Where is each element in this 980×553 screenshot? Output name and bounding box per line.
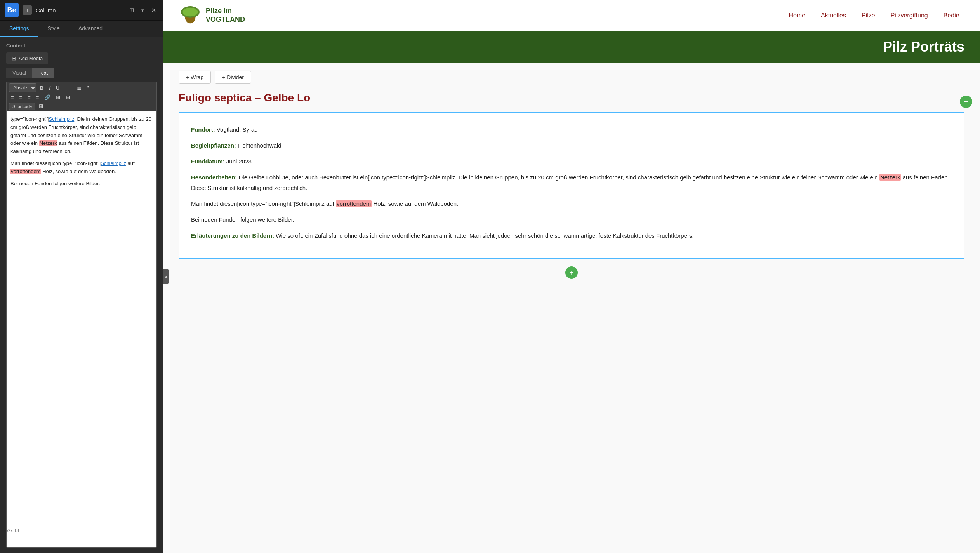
tab-settings[interactable]: Settings bbox=[0, 21, 38, 37]
nav-pilze[interactable]: Pilze bbox=[862, 12, 875, 19]
editor-content[interactable]: type="icon-right"]Schleimpilz. Die in kl… bbox=[6, 111, 157, 548]
media-icon: ⊞ bbox=[12, 55, 16, 61]
editor-para-2: Man findet diesen[icon type="icon-right"… bbox=[10, 160, 153, 176]
add-circle-top[interactable]: + bbox=[960, 96, 972, 108]
logo-area: Pilze im VOGTLAND bbox=[179, 4, 245, 27]
lohbluete-link[interactable]: Lohblüte bbox=[266, 174, 288, 181]
editor-para-1: type="icon-right"]Schleimpilz. Die in kl… bbox=[10, 115, 153, 156]
panel-tabs: Settings Style Advanced bbox=[0, 21, 163, 37]
align-left-btn[interactable]: ≡ bbox=[9, 94, 16, 101]
tab-advanced[interactable]: Advanced bbox=[69, 21, 112, 37]
nav-bedie[interactable]: Bedie... bbox=[944, 12, 964, 19]
align-center-btn[interactable]: ≡ bbox=[17, 94, 24, 101]
table-btn[interactable]: ⊞ bbox=[54, 94, 62, 101]
add-media-button[interactable]: ⊞ Add Media bbox=[6, 52, 48, 64]
logo-text: Pilze im VOGTLAND bbox=[206, 7, 245, 24]
tab-style[interactable]: Style bbox=[38, 21, 69, 37]
fundort-value-text: Vogtland, Syrau bbox=[217, 126, 258, 133]
shortcode-extra-btn[interactable]: ⊞ bbox=[37, 103, 45, 110]
nav-home[interactable]: Home bbox=[789, 12, 805, 19]
paragraph-select[interactable]: Absatz bbox=[9, 83, 36, 92]
align-justify-btn[interactable]: ≡ bbox=[34, 94, 41, 101]
text-toggle-btn[interactable]: Text bbox=[32, 68, 54, 78]
shortcode-tag[interactable]: Shortcode bbox=[9, 103, 35, 110]
divider-button[interactable]: + Divider bbox=[215, 71, 251, 84]
schleimpilz-link-2[interactable]: Schleimpilz bbox=[101, 160, 126, 166]
grid-btn[interactable]: ⊟ bbox=[64, 94, 72, 101]
begleit-value-text: Fichtenhochwald bbox=[238, 142, 281, 149]
bold-btn[interactable]: B bbox=[38, 84, 45, 92]
svg-point-2 bbox=[183, 7, 198, 16]
netzerk-highlight-1: Netzerk bbox=[39, 140, 57, 146]
italic-btn[interactable]: I bbox=[47, 84, 52, 92]
vorrottendem-art-highlight: vorrottendem bbox=[336, 200, 372, 207]
article-container: + Fuligo septica – Gelbe Lo Fundort: Vog… bbox=[179, 92, 964, 259]
collapse-panel-arrow[interactable]: ◀ bbox=[163, 269, 169, 284]
version-label: v27.0.8 bbox=[3, 528, 22, 534]
top-nav: Pilze im VOGTLAND Home Aktuelles Pilze P… bbox=[163, 0, 980, 31]
element-label: Column bbox=[36, 7, 123, 14]
funddatum-value-text: Juni 2023 bbox=[226, 158, 252, 165]
layout-icon-btn[interactable]: ⊞ bbox=[127, 6, 137, 14]
toolbar-row1: Absatz B I U ≡ ≣ " bbox=[9, 83, 154, 92]
bei-neuen-line: Bei neuen Funden folgen weitere Bilder. bbox=[191, 214, 952, 225]
blockquote-btn[interactable]: " bbox=[85, 84, 91, 92]
erlaeuterungen-label: Erläuterungen zu den Bildern: bbox=[191, 232, 274, 239]
begleit-label: Begleitpflanzen: bbox=[191, 142, 236, 149]
content-label: Content bbox=[6, 43, 157, 49]
fundort-line: Fundort: Vogtland, Syrau bbox=[191, 124, 952, 135]
editor-para-3: Bei neuen Funden folgen weitere Bilder. bbox=[10, 180, 153, 188]
man-findet-line: Man findet diesen[icon type="icon-right"… bbox=[191, 198, 952, 209]
erlaeuterungen-line: Erläuterungen zu den Bildern: Wie so oft… bbox=[191, 230, 952, 241]
align-right-btn[interactable]: ≡ bbox=[26, 94, 33, 101]
schleimpilz-link-1[interactable]: Schleimpilz bbox=[49, 116, 74, 122]
add-circle-bottom[interactable]: + bbox=[565, 266, 578, 279]
erlaeuterungen-value-text: Wie so oft, ein Zufallsfund ohne das ich… bbox=[276, 232, 693, 239]
fundort-label: Fundort: bbox=[191, 126, 215, 133]
nav-aktuelles[interactable]: Aktuelles bbox=[821, 12, 846, 19]
green-header: Pilz Porträts bbox=[163, 31, 980, 63]
besonderheiten-label: Besonderheiten: bbox=[191, 174, 237, 181]
netzerk-art-highlight: Netzerk bbox=[879, 174, 901, 181]
article-box: Fundort: Vogtland, Syrau Begleitpflanzen… bbox=[179, 112, 964, 259]
unordered-list-btn[interactable]: ≡ bbox=[66, 84, 73, 92]
article-subtitle: Fuligo septica – Gelbe Lo bbox=[179, 92, 964, 104]
underline-btn[interactable]: U bbox=[54, 84, 61, 92]
toolbar-row2: ≡ ≡ ≡ ≡ 🔗 ⊞ ⊟ bbox=[9, 94, 154, 101]
besonderheiten-line: Besonderheiten: Die Gelbe Lohblüte, oder… bbox=[191, 172, 952, 193]
toolbar-row3: Shortcode ⊞ bbox=[9, 103, 154, 110]
vorrottendem-highlight: vorrottendem bbox=[10, 169, 41, 174]
link-btn[interactable]: 🔗 bbox=[42, 94, 52, 101]
logo-image bbox=[179, 4, 202, 27]
close-btn[interactable]: ✕ bbox=[149, 6, 158, 15]
visual-toggle-btn[interactable]: Visual bbox=[6, 68, 32, 78]
funddatum-label: Funddatum: bbox=[191, 158, 225, 165]
element-type-icon: T bbox=[23, 5, 32, 15]
wrap-button[interactable]: + Wrap bbox=[179, 71, 211, 84]
add-media-label: Add Media bbox=[19, 56, 43, 61]
page-content: + Wrap + Divider + Fuligo septica – Gelb… bbox=[163, 63, 980, 553]
dropdown-btn[interactable]: ▾ bbox=[139, 7, 146, 14]
editor-toolbar: Absatz B I U ≡ ≣ " ≡ ≡ ≡ ≡ 🔗 ⊞ bbox=[6, 82, 157, 111]
nav-links: Home Aktuelles Pilze Pilzvergiftung Bedi… bbox=[789, 12, 964, 19]
funddatum-line: Funddatum: Juni 2023 bbox=[191, 156, 952, 167]
toolbar-sep-1 bbox=[64, 85, 64, 91]
ordered-list-btn[interactable]: ≣ bbox=[75, 84, 83, 92]
be-logo: Be bbox=[5, 3, 19, 17]
schleimpilz-art-link[interactable]: Schleimpilz bbox=[426, 174, 455, 181]
visual-text-toggle: Visual Text bbox=[6, 68, 157, 78]
wrap-divider-bar: + Wrap + Divider bbox=[179, 71, 964, 84]
begleit-line: Begleitpflanzen: Fichtenhochwald bbox=[191, 140, 952, 151]
nav-pilzvergiftung[interactable]: Pilzvergiftung bbox=[891, 12, 928, 19]
